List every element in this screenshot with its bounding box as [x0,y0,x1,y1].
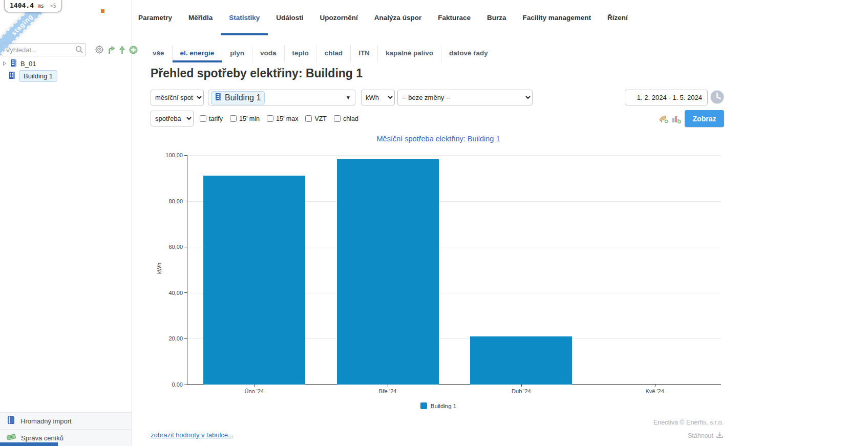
legend-label: Building 1 [431,403,457,409]
download-button[interactable]: Stáhnout [688,431,724,440]
chevron-down-icon: ▼ [346,95,351,100]
locate-target-icon[interactable] [95,45,104,54]
collapse-up-icon[interactable] [119,46,125,54]
entity-chip: Building 1 [211,91,265,104]
add-alert-megaphone-icon[interactable] [659,114,669,124]
checkbox-chlad[interactable]: chlad [334,115,358,122]
logo-idot-icon [101,9,104,13]
bulk-import-item[interactable]: Hromadný import [0,412,132,429]
nav-item-burza[interactable]: Burza [479,10,515,35]
metric-select[interactable]: spotřeba [151,111,194,126]
y-tick-label: 100,00 [152,152,183,158]
tab-chlad[interactable]: chlad [317,45,351,62]
bottom-partial-element [0,442,58,446]
nav-item-upozorneni[interactable]: Upozornění [312,10,366,35]
entity-label: Building 1 [225,93,261,102]
sidebar: B_01 Building 1 Hromadný import Správa c… [0,0,132,446]
y-tick-label: 80,00 [152,198,183,204]
chlad-checkbox[interactable] [334,115,341,122]
15min-checkbox[interactable] [230,115,237,122]
x-tick-label: Dub '24 [512,388,531,394]
energy-type-tabs: vše el. energie plyn voda teplo chlad IT… [145,45,496,62]
building-icon [9,71,15,81]
nav-item-parametry[interactable]: Parametry [130,10,180,35]
banknote-icon [7,433,16,443]
y-tick [184,247,187,247]
bulk-import-label: Hromadný import [20,417,72,425]
vzt-checkbox[interactable] [305,115,312,122]
search-input[interactable] [1,43,86,56]
nav-item-rizeni[interactable]: Řízení [599,10,636,35]
nav-item-fakturace[interactable]: Fakturace [430,10,479,35]
tree-item-label-selected[interactable]: Building 1 [19,70,57,82]
app-window: 1404.4 ms ×5 nectiva staging Parametry M… [0,0,868,446]
change-select[interactable]: -- beze změny -- [397,90,533,105]
chart: Měsíční spotřeba elektřiny: Building 1 k… [152,128,725,415]
tab-kapalne-palivo[interactable]: kapalné palivo [378,45,441,62]
tab-vse[interactable]: vše [145,45,173,62]
building-icon [10,59,17,69]
checkbox-15max[interactable]: 15' max [267,115,298,122]
y-tick [184,385,187,385]
entity-select[interactable]: Building 1 ▼ [208,90,355,105]
y-tick-label: 0,00 [152,381,183,388]
period-select[interactable]: měsíční spotřebu [151,90,204,105]
copyright-text: Enectiva © Enerfis, s.r.o. [653,419,724,426]
checkbox-15min[interactable]: 15' min [230,115,260,122]
x-tick-label: Bře '24 [379,388,397,394]
tree-item-building-1[interactable]: Building 1 [9,70,57,82]
date-range-input[interactable] [625,90,708,105]
tree-item-label[interactable]: B_01 [20,60,36,68]
legend-swatch [420,402,427,409]
tab-datove-rady[interactable]: datové řady [441,45,496,62]
y-tick [184,338,187,339]
y-tick-label: 20,00 [152,335,183,342]
tab-teplo[interactable]: teplo [285,45,317,62]
clock-icon[interactable] [710,90,724,104]
bar-Dub '24[interactable] [470,336,572,385]
chart-plot: 0,0020,0040,0060,0080,00100,00Úno '24Bře… [187,155,721,385]
tab-el-energie[interactable]: el. energie [173,45,223,62]
y-tick [184,201,187,201]
top-nav: Parametry Měřidla Statistiky Události Up… [130,10,636,35]
tree-item-b01[interactable]: B_01 [3,59,36,69]
chart-title: Měsíční spotřeba elektřiny: Building 1 [152,135,725,143]
nav-item-meridla[interactable]: Měřidla [180,10,221,35]
profiler-multiplier: ×5 [50,3,56,9]
profiler-badge[interactable]: 1404.4 ms ×5 [4,0,62,12]
bar-Bře '24[interactable] [337,159,439,385]
nav-item-udalosti[interactable]: Události [268,10,311,35]
checkbox-vzt[interactable]: VZT [305,115,327,122]
nav-item-statistiky[interactable]: Statistiky [221,10,268,35]
expand-branch-icon[interactable] [108,46,115,54]
bar-Úno '24[interactable] [203,176,305,385]
checkbox-tarify[interactable]: tarify [200,115,223,122]
show-button[interactable]: Zobraz [685,110,724,127]
y-tick-label: 40,00 [152,290,183,296]
sidebar-toolbar [95,43,138,56]
x-tick-label: Úno '24 [245,388,264,394]
tarify-checkbox[interactable] [200,115,206,122]
search-icon[interactable] [75,46,83,56]
expander-icon[interactable] [3,60,7,68]
tab-itn[interactable]: ITN [351,45,378,62]
gridline [187,155,721,156]
download-label: Stáhnout [688,432,713,439]
add-circle-icon[interactable] [129,46,138,54]
chart-legend: Building 1 [152,402,725,409]
y-tick-label: 60,00 [152,244,183,250]
tab-plyn[interactable]: plyn [222,45,252,62]
y-tick [184,292,187,293]
profiler-time: 1404.4 [10,2,34,9]
download-icon [716,431,724,440]
tab-voda[interactable]: voda [252,45,285,62]
nav-item-analyza-uspor[interactable]: Analýza úspor [366,10,430,35]
book-icon [7,416,15,426]
show-values-table-link[interactable]: zobrazit hodnoty v tabulce... [151,431,234,439]
y-axis-label: kWh [156,263,162,274]
15max-checkbox[interactable] [267,115,273,122]
x-tick [655,384,655,387]
add-chart-icon[interactable] [671,114,682,124]
nav-item-facility-management[interactable]: Facility management [514,10,599,35]
unit-select[interactable]: kWh [361,90,395,105]
